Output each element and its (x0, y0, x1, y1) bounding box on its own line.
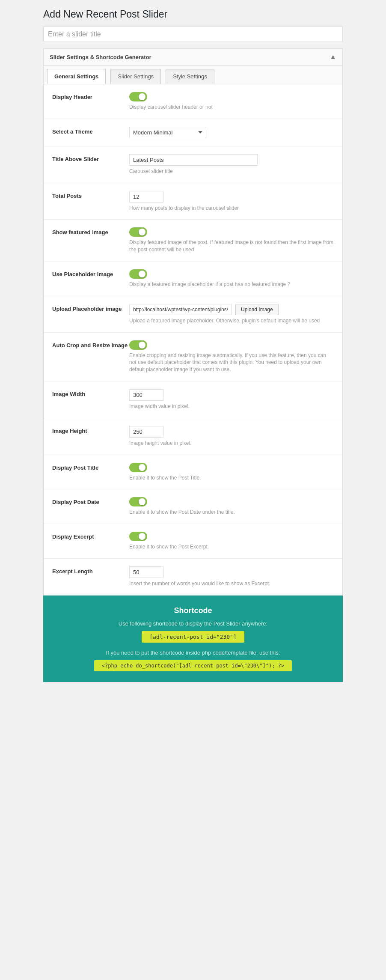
upload-url-input[interactable] (129, 304, 232, 315)
toggle-display-header-slider (129, 92, 147, 101)
toggle-display-post-date-slider (129, 497, 147, 506)
toggle-display-header[interactable] (129, 92, 147, 101)
slider-title-input[interactable] (43, 27, 343, 42)
hint-display-post-date: Enable it to show the Post Date under th… (129, 509, 334, 516)
toggle-display-excerpt[interactable] (129, 532, 147, 541)
setting-label-title-above-slider: Title Above Slider (52, 154, 129, 162)
total-posts-input[interactable] (129, 191, 163, 203)
hint-excerpt-length: Insert the number of words you would lik… (129, 580, 334, 587)
setting-label-use-placeholder-image: Use Placeholder image (52, 269, 129, 277)
setting-label-display-post-title: Display Post Title (52, 463, 129, 471)
shortcode-desc1: Use following shortcode to display the P… (56, 620, 330, 627)
setting-label-image-height: Image Height (52, 426, 129, 434)
hint-upload-placeholder-image: Upload a featured image placeholder. Oth… (129, 317, 334, 325)
setting-control-select-theme: Modern Minimal Classic Dark (129, 127, 334, 138)
setting-display-header: Display Header Display carousel slider h… (44, 84, 342, 119)
tab-general[interactable]: General Settings (47, 69, 106, 84)
shortcode-title: Shortcode (56, 606, 330, 615)
toggle-show-featured-image-slider (129, 227, 147, 237)
setting-select-theme: Select a Theme Modern Minimal Classic Da… (44, 119, 342, 146)
hint-show-featured-image: Display featured image of the post. If f… (129, 239, 334, 253)
toggle-display-post-date[interactable] (129, 497, 147, 506)
toggle-use-placeholder-image-slider (129, 269, 147, 279)
setting-control-display-header: Display carousel slider header or not (129, 92, 334, 111)
accordion-header[interactable]: Slider Settings & Shortcode Generator ▲ (43, 48, 343, 66)
hint-display-header: Display carousel slider header or not (129, 104, 334, 111)
setting-control-display-excerpt: Enable it to show the Post Excerpt. (129, 532, 334, 551)
setting-excerpt-length: Excerpt Length Insert the number of word… (44, 559, 342, 595)
hint-image-height: Image height value in pixel. (129, 440, 334, 447)
select-theme-dropdown[interactable]: Modern Minimal Classic Dark (129, 127, 206, 138)
accordion-body: General Settings Slider Settings Style S… (43, 66, 343, 596)
setting-control-use-placeholder-image: Display a featured image placeholder if … (129, 269, 334, 288)
toggle-display-excerpt-slider (129, 532, 147, 541)
setting-total-posts: Total Posts How many posts to display in… (44, 183, 342, 220)
image-height-input[interactable] (129, 426, 163, 438)
setting-control-auto-crop-resize: Enable cropping and resizing image autom… (129, 340, 334, 373)
page-title: Add New Recent Post Slider (43, 9, 343, 20)
setting-display-excerpt: Display Excerpt Enable it to show the Po… (44, 524, 342, 559)
setting-use-placeholder-image: Use Placeholder image Display a featured… (44, 262, 342, 296)
accordion: Slider Settings & Shortcode Generator ▲ … (43, 48, 343, 596)
hint-auto-crop-resize: Enable cropping and resizing image autom… (129, 352, 334, 373)
setting-label-select-theme: Select a Theme (52, 127, 129, 135)
toggle-use-placeholder-image[interactable] (129, 269, 147, 279)
accordion-label: Slider Settings & Shortcode Generator (50, 54, 151, 60)
shortcode-section: Shortcode Use following shortcode to dis… (43, 596, 343, 682)
setting-show-featured-image: Show featured image Display featured ima… (44, 220, 342, 262)
setting-control-image-height: Image height value in pixel. (129, 426, 334, 447)
upload-row: Upload Image (129, 304, 334, 315)
setting-label-auto-crop-resize: Auto Crop and Resize Image (52, 340, 129, 349)
settings-content: Display Header Display carousel slider h… (44, 84, 342, 595)
accordion-arrow-icon: ▲ (330, 53, 336, 61)
toggle-auto-crop-resize[interactable] (129, 340, 147, 350)
hint-display-excerpt: Enable it to show the Post Excerpt. (129, 543, 334, 551)
image-width-input[interactable] (129, 389, 163, 401)
upload-image-button[interactable]: Upload Image (235, 304, 279, 315)
setting-label-display-excerpt: Display Excerpt (52, 532, 129, 540)
setting-title-above-slider: Title Above Slider Carousel slider title (44, 146, 342, 183)
setting-auto-crop-resize: Auto Crop and Resize Image Enable croppi… (44, 333, 342, 381)
setting-control-total-posts: How many posts to display in the carouse… (129, 191, 334, 212)
excerpt-length-input[interactable] (129, 566, 163, 578)
setting-control-title-above-slider: Carousel slider title (129, 154, 334, 175)
setting-label-total-posts: Total Posts (52, 191, 129, 199)
hint-image-width: Image width value in pixel. (129, 403, 334, 410)
setting-image-width: Image Width Image width value in pixel. (44, 381, 342, 418)
toggle-show-featured-image[interactable] (129, 227, 147, 237)
tab-slider[interactable]: Slider Settings (110, 69, 161, 84)
shortcode-badge1[interactable]: [adl-recent-post id="230"] (142, 631, 244, 643)
tabs-row: General Settings Slider Settings Style S… (44, 66, 342, 84)
hint-display-post-title: Enable it to show the Post Title. (129, 474, 334, 482)
setting-control-image-width: Image width value in pixel. (129, 389, 334, 410)
hint-title-above-slider: Carousel slider title (129, 168, 334, 175)
setting-control-display-post-date: Enable it to show the Post Date under th… (129, 497, 334, 516)
setting-control-upload-placeholder-image: Upload Image Upload a featured image pla… (129, 304, 334, 325)
title-above-slider-input[interactable] (129, 154, 258, 166)
toggle-display-post-title-slider (129, 463, 147, 472)
setting-display-post-title: Display Post Title Enable it to show the… (44, 455, 342, 490)
setting-label-display-post-date: Display Post Date (52, 497, 129, 505)
setting-control-excerpt-length: Insert the number of words you would lik… (129, 566, 334, 587)
setting-label-image-width: Image Width (52, 389, 129, 397)
setting-label-display-header: Display Header (52, 92, 129, 100)
toggle-auto-crop-resize-slider (129, 340, 147, 350)
setting-display-post-date: Display Post Date Enable it to show the … (44, 489, 342, 524)
setting-upload-placeholder-image: Upload Placeholder image Upload Image Up… (44, 296, 342, 333)
setting-control-show-featured-image: Display featured image of the post. If f… (129, 227, 334, 253)
hint-total-posts: How many posts to display in the carouse… (129, 205, 334, 212)
setting-control-display-post-title: Enable it to show the Post Title. (129, 463, 334, 482)
setting-image-height: Image Height Image height value in pixel… (44, 418, 342, 455)
hint-use-placeholder-image: Display a featured image placeholder if … (129, 281, 334, 288)
tab-style[interactable]: Style Settings (166, 69, 214, 84)
setting-label-upload-placeholder-image: Upload Placeholder image (52, 304, 129, 312)
shortcode-desc2: If you need to put the shortcode inside … (56, 649, 330, 656)
shortcode-badge2[interactable]: <?php echo do_shortcode("[adl-recent-pos… (94, 660, 292, 671)
setting-label-show-featured-image: Show featured image (52, 227, 129, 235)
toggle-display-post-title[interactable] (129, 463, 147, 472)
setting-label-excerpt-length: Excerpt Length (52, 566, 129, 575)
